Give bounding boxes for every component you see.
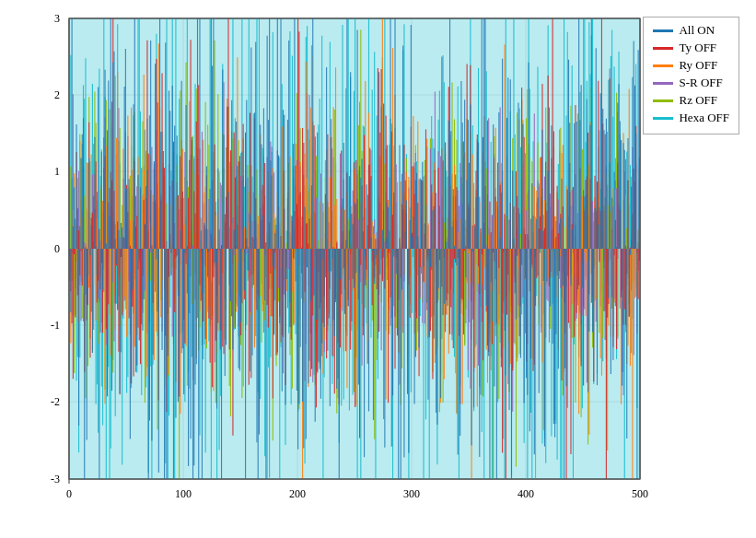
x-tick-200: 200: [289, 487, 306, 500]
legend-label-sr-off: S-R OFF: [679, 76, 722, 90]
y-tick-2: 2: [54, 88, 60, 101]
legend-swatch-ry-off: [653, 64, 673, 67]
x-tick-400: 400: [518, 487, 534, 500]
legend-item-hexa-off: Hexa OFF: [653, 111, 729, 125]
x-tick-100: 100: [175, 487, 192, 500]
y-tick-neg1: -1: [51, 319, 60, 332]
legend-swatch-sr-off: [653, 82, 673, 85]
y-tick-neg2: -2: [51, 395, 60, 408]
legend-label-ty-off: Ty OFF: [679, 41, 716, 55]
y-tick-neg3: -3: [51, 473, 60, 485]
legend-label-rz-off: Rz OFF: [679, 93, 717, 108]
legend-item-rz-off: Rz OFF: [653, 93, 729, 108]
x-tick-0: 0: [66, 487, 72, 500]
legend-item-ty-off: Ty OFF: [653, 41, 729, 55]
y-tick-1: 1: [54, 165, 60, 178]
legend-label-ry-off: Ry OFF: [679, 58, 717, 73]
x-tick-500: 500: [632, 487, 648, 500]
legend-swatch-hexa-off: [653, 117, 673, 120]
chart-legend: All ON Ty OFF Ry OFF S-R OFF Rz OFF Hexa…: [643, 17, 739, 134]
legend-item-ry-off: Ry OFF: [653, 58, 729, 73]
legend-label-all-on: All ON: [679, 23, 715, 38]
chart-container: 3 2 1 0 -1 -2 -3 0 100 200 300 400 500: [0, 0, 756, 538]
legend-label-hexa-off: Hexa OFF: [679, 111, 729, 125]
legend-swatch-all-on: [653, 29, 673, 32]
svg-rect-11: [69, 18, 640, 479]
x-tick-300: 300: [403, 487, 420, 500]
y-tick-3: 3: [54, 12, 60, 25]
legend-item-sr-off: S-R OFF: [653, 76, 729, 90]
legend-swatch-ty-off: [653, 47, 673, 50]
legend-swatch-rz-off: [653, 99, 673, 102]
legend-item-all-on: All ON: [653, 23, 729, 38]
y-tick-0: 0: [54, 242, 60, 255]
series-hexa-off: [69, 18, 640, 479]
